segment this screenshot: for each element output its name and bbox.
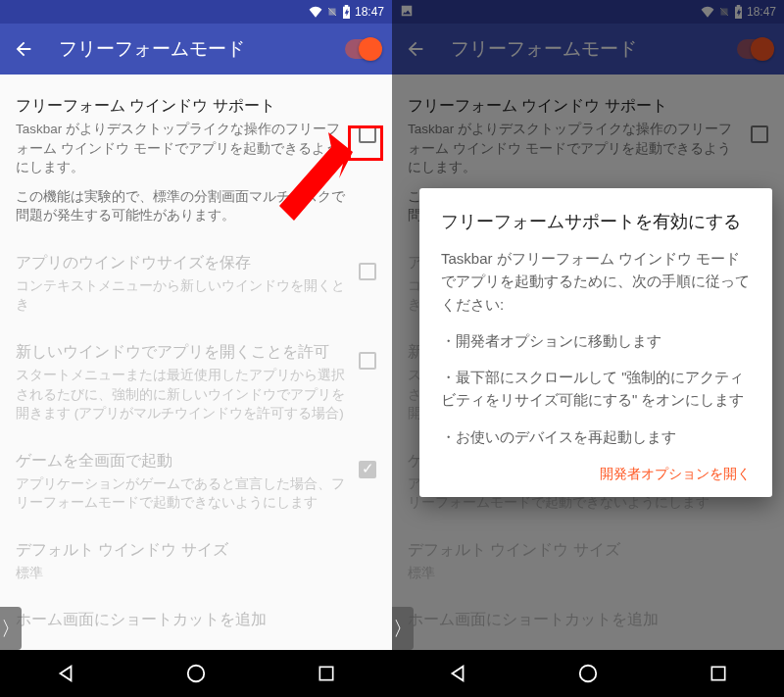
nav-recent-button[interactable]: [689, 650, 748, 697]
setting-title: アプリのウインドウサイズを保存: [16, 253, 347, 274]
nav-recent-button[interactable]: [297, 650, 356, 697]
appbar: フリーフォームモード: [0, 24, 392, 75]
setting-sub: Taskbar がよりデスクトップライクな操作のフリーフォーム ウインドウ モー…: [16, 120, 347, 177]
nav-home-button[interactable]: [559, 650, 617, 697]
setting-allow-new-window[interactable]: 新しいウインドウでアプリを開くことを許可 スタートメニューまたは最近使用したアプ…: [0, 328, 392, 437]
nav-back-button[interactable]: [428, 650, 487, 697]
setting-sub: 標準: [16, 564, 365, 583]
navbar: [392, 650, 784, 697]
dialog-step-1: ・開発者オプションに移動します: [441, 329, 751, 352]
dialog-body: Taskbar がフリーフォーム ウインドウ モードでアプリを起動するために、次…: [441, 247, 751, 448]
phone-left: 18:47 フリーフォームモード フリーフォーム ウインドウ サポート Task…: [0, 0, 392, 697]
sidetab-handle[interactable]: 〉: [0, 607, 22, 650]
setting-sub: コンテキストメニューから新しいウインドウを開くとき: [16, 276, 347, 315]
setting-sub: スタートメニューまたは最近使用したアプリから選択されるたびに、強制的に新しいウイ…: [16, 366, 347, 423]
dialog-step-2: ・最下部にスクロールして "強制的にアクティビティをリサイズ可能にする" をオン…: [441, 366, 751, 412]
nav-home-button[interactable]: [167, 650, 225, 697]
setting-sub2: この機能は実験的で、標準の分割画面マルチタスクで問題が発生する可能性があります。: [16, 187, 347, 225]
setting-title: 新しいウインドウでアプリを開くことを許可: [16, 342, 347, 363]
freeform-master-toggle[interactable]: [345, 39, 380, 59]
svg-rect-2: [320, 667, 333, 679]
setting-title: フリーフォーム ウインドウ サポート: [16, 96, 347, 117]
enable-freeform-dialog: フリーフォームサポートを有効にする Taskbar がフリーフォーム ウインドウ…: [419, 188, 772, 497]
battery-icon: [342, 5, 351, 19]
phone-right: 18:47 フリーフォームモード フリーフォーム ウインドウ サポート Task…: [392, 0, 784, 697]
setting-title: ホーム画面にショートカットを追加: [16, 610, 365, 630]
checkbox-allow-new-window[interactable]: [359, 352, 376, 370]
checkbox-games-fullscreen[interactable]: [359, 461, 376, 478]
no-sim-icon: [326, 6, 338, 18]
status-time: 18:47: [355, 5, 384, 19]
setting-title: デフォルト ウインドウ サイズ: [16, 540, 365, 561]
setting-games-fullscreen[interactable]: ゲームを全画面で起動 アプリケーションがゲームであると宣言した場合、フリーフォー…: [0, 437, 392, 526]
setting-default-window-size[interactable]: デフォルト ウインドウ サイズ 標準: [0, 526, 392, 597]
svg-point-1: [188, 666, 205, 682]
setting-freeform-support[interactable]: フリーフォーム ウインドウ サポート Taskbar がよりデスクトップライクな…: [0, 82, 392, 239]
statusbar: 18:47: [0, 0, 392, 24]
sidetab-handle[interactable]: 〉: [392, 607, 414, 650]
checkbox-freeform-support[interactable]: [359, 125, 376, 143]
open-developer-options-button[interactable]: 開発者オプションを開く: [441, 466, 751, 483]
back-button[interactable]: [12, 37, 35, 61]
settings-list: フリーフォーム ウインドウ サポート Taskbar がよりデスクトップライクな…: [0, 75, 392, 639]
nav-back-button[interactable]: [36, 650, 95, 697]
navbar: [0, 650, 392, 697]
setting-add-home-shortcut[interactable]: ホーム画面にショートカットを追加: [0, 596, 392, 639]
setting-title: ゲームを全画面で起動: [16, 451, 347, 472]
dialog-title: フリーフォームサポートを有効にする: [441, 210, 751, 233]
checkbox-save-window-size[interactable]: [359, 263, 376, 280]
dialog-step-3: ・お使いのデバイスを再起動します: [441, 425, 751, 448]
wifi-icon: [309, 6, 322, 18]
svg-rect-4: [712, 667, 725, 679]
svg-point-3: [580, 666, 597, 682]
setting-save-window-size[interactable]: アプリのウインドウサイズを保存 コンテキストメニューから新しいウインドウを開くと…: [0, 239, 392, 328]
setting-sub: アプリケーションがゲームであると宣言した場合、フリーフォームモードで起動できない…: [16, 474, 347, 513]
appbar-title: フリーフォームモード: [59, 36, 245, 62]
dialog-intro: Taskbar がフリーフォーム ウインドウ モードでアプリを起動するために、次…: [441, 247, 751, 316]
